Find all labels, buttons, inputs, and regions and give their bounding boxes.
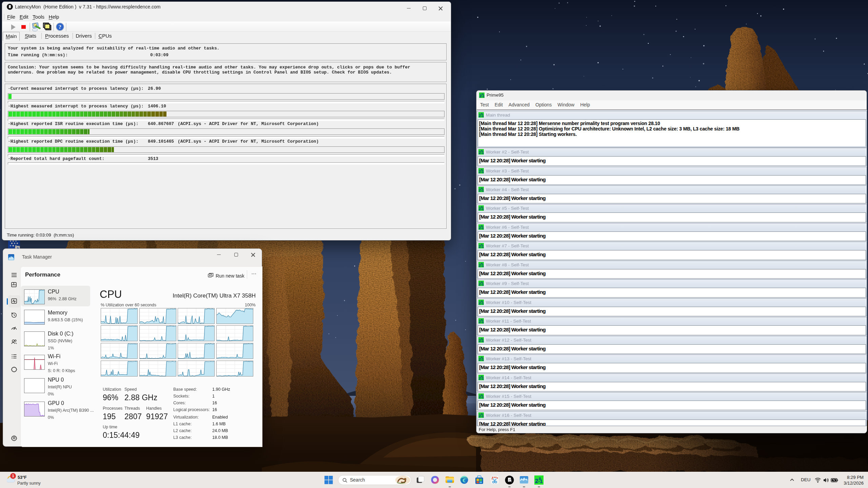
svg-text:-1: -1 [481,395,484,399]
svg-text:-1: -1 [481,94,485,98]
svg-text:-1: -1 [481,245,484,248]
svg-text:?: ? [59,24,62,30]
svg-text:-1: -1 [481,377,484,380]
svg-text:-1: -1 [481,339,484,343]
svg-text:-1: -1 [481,151,484,155]
svg-text:-1: -1 [538,478,542,484]
svg-text:-1: -1 [481,358,484,361]
svg-text:-1: -1 [481,188,484,192]
svg-text:-1: -1 [481,226,484,230]
svg-text:-1: -1 [481,207,484,211]
svg-text:-1: -1 [481,301,484,305]
svg-text:-1: -1 [481,170,484,174]
svg-text:-1: -1 [481,282,484,286]
svg-text:-1: -1 [481,114,484,118]
svg-text:-1: -1 [481,320,484,324]
svg-text:-1: -1 [481,414,484,418]
svg-text:-1: -1 [481,264,484,267]
